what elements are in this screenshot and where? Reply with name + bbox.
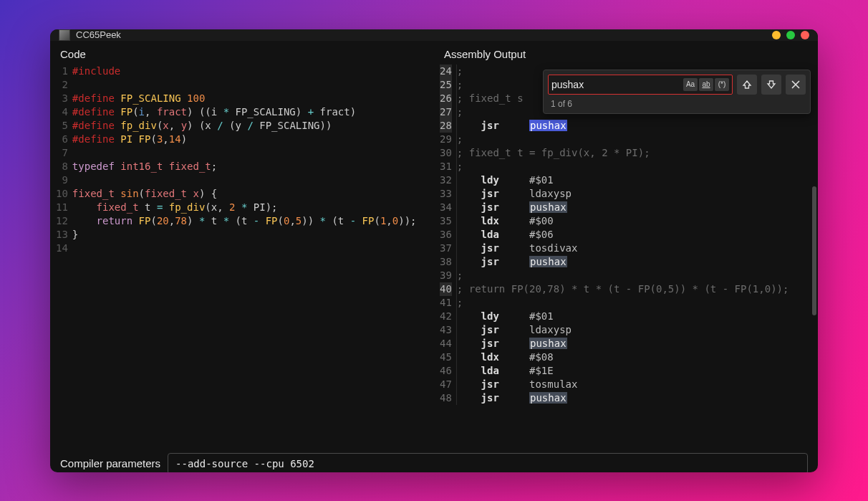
- find-input[interactable]: [551, 79, 683, 90]
- asm-editor[interactable]: 2425262728293031323334353637383940414243…: [434, 65, 818, 446]
- panes: Code 1234567891011121314 #include #defin…: [50, 41, 818, 446]
- close-button[interactable]: [801, 31, 809, 39]
- arrow-down-icon: [766, 80, 776, 90]
- content-area: Code 1234567891011121314 #include #defin…: [50, 41, 818, 472]
- asm-pane: Assembly Output 242526272829303132333435…: [434, 41, 818, 446]
- asm-pane-title: Assembly Output: [434, 41, 818, 65]
- arrow-up-icon: [742, 80, 752, 90]
- code-gutter: 1234567891011121314: [50, 65, 72, 446]
- find-prev-button[interactable]: [737, 75, 757, 95]
- asm-scrollbar[interactable]: [812, 186, 816, 315]
- find-whole-word-toggle[interactable]: ab: [699, 78, 713, 91]
- code-pane-title: Code: [50, 41, 434, 65]
- asm-gutter: 2425262728293031323334353637383940414243…: [434, 65, 456, 446]
- maximize-button[interactable]: [786, 31, 795, 39]
- find-close-button[interactable]: [786, 75, 806, 95]
- params-label: Compiler parameters: [60, 457, 160, 469]
- asm-body[interactable]: ;;; fixed_t s; jsr pushax;; fixed_t t = …: [456, 65, 818, 446]
- window-controls: [772, 31, 809, 39]
- find-regex-toggle[interactable]: (*): [715, 78, 729, 91]
- titlebar: CC65Peek: [50, 29, 818, 41]
- find-widget: Aa ab (*): [543, 70, 811, 114]
- app-title: CC65Peek: [76, 29, 121, 40]
- find-next-button[interactable]: [761, 75, 781, 95]
- find-input-wrap: Aa ab (*): [548, 75, 733, 95]
- code-editor[interactable]: 1234567891011121314 #include #define FP_…: [50, 65, 434, 446]
- find-match-case-toggle[interactable]: Aa: [683, 78, 698, 91]
- code-body[interactable]: #include #define FP_SCALING 100#define F…: [72, 65, 434, 446]
- params-bar: Compiler parameters: [50, 446, 818, 472]
- app-icon: [59, 29, 70, 41]
- code-pane: Code 1234567891011121314 #include #defin…: [50, 41, 434, 446]
- close-icon: [791, 80, 800, 89]
- find-status: 1 of 6: [548, 99, 806, 109]
- params-input[interactable]: [168, 453, 808, 472]
- minimize-button[interactable]: [772, 31, 781, 39]
- app-window: CC65Peek Code 1234567891011121314 #inclu…: [50, 29, 818, 472]
